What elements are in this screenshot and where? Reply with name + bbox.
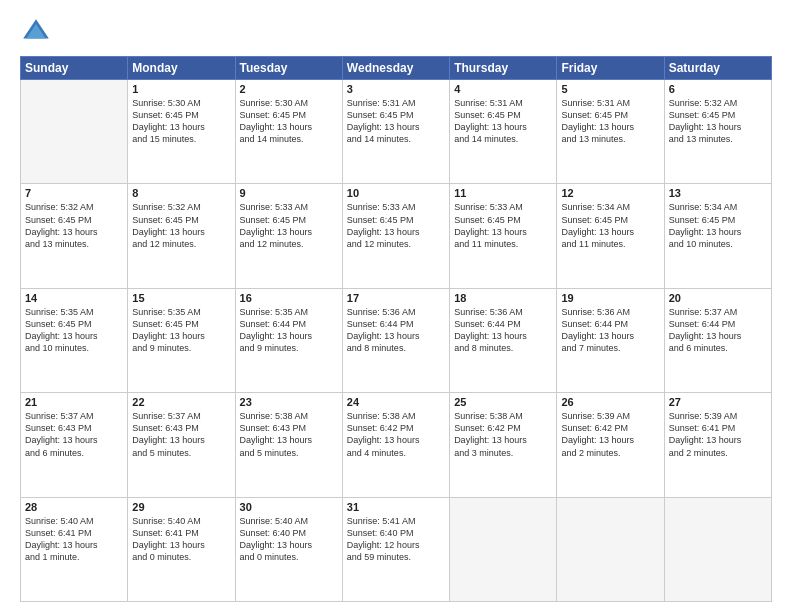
weekday-header: Wednesday: [342, 57, 449, 80]
calendar-cell: 30Sunrise: 5:40 AM Sunset: 6:40 PM Dayli…: [235, 497, 342, 601]
day-info: Sunrise: 5:40 AM Sunset: 6:41 PM Dayligh…: [132, 515, 230, 564]
calendar-cell: [664, 497, 771, 601]
day-number: 14: [25, 292, 123, 304]
calendar-cell: 29Sunrise: 5:40 AM Sunset: 6:41 PM Dayli…: [128, 497, 235, 601]
day-number: 15: [132, 292, 230, 304]
calendar-week-row: 14Sunrise: 5:35 AM Sunset: 6:45 PM Dayli…: [21, 288, 772, 392]
calendar-cell: 17Sunrise: 5:36 AM Sunset: 6:44 PM Dayli…: [342, 288, 449, 392]
day-number: 28: [25, 501, 123, 513]
calendar-cell: [557, 497, 664, 601]
day-number: 18: [454, 292, 552, 304]
calendar-cell: 6Sunrise: 5:32 AM Sunset: 6:45 PM Daylig…: [664, 80, 771, 184]
calendar-cell: 3Sunrise: 5:31 AM Sunset: 6:45 PM Daylig…: [342, 80, 449, 184]
day-info: Sunrise: 5:34 AM Sunset: 6:45 PM Dayligh…: [561, 201, 659, 250]
day-number: 23: [240, 396, 338, 408]
day-info: Sunrise: 5:32 AM Sunset: 6:45 PM Dayligh…: [669, 97, 767, 146]
day-number: 26: [561, 396, 659, 408]
day-info: Sunrise: 5:33 AM Sunset: 6:45 PM Dayligh…: [454, 201, 552, 250]
day-info: Sunrise: 5:31 AM Sunset: 6:45 PM Dayligh…: [561, 97, 659, 146]
calendar-cell: 25Sunrise: 5:38 AM Sunset: 6:42 PM Dayli…: [450, 393, 557, 497]
day-info: Sunrise: 5:31 AM Sunset: 6:45 PM Dayligh…: [347, 97, 445, 146]
day-number: 16: [240, 292, 338, 304]
calendar-cell: 27Sunrise: 5:39 AM Sunset: 6:41 PM Dayli…: [664, 393, 771, 497]
day-info: Sunrise: 5:39 AM Sunset: 6:42 PM Dayligh…: [561, 410, 659, 459]
calendar-cell: 4Sunrise: 5:31 AM Sunset: 6:45 PM Daylig…: [450, 80, 557, 184]
calendar-cell: 10Sunrise: 5:33 AM Sunset: 6:45 PM Dayli…: [342, 184, 449, 288]
calendar-cell: 20Sunrise: 5:37 AM Sunset: 6:44 PM Dayli…: [664, 288, 771, 392]
day-number: 3: [347, 83, 445, 95]
day-info: Sunrise: 5:37 AM Sunset: 6:44 PM Dayligh…: [669, 306, 767, 355]
logo-icon: [20, 16, 52, 48]
header: [20, 16, 772, 48]
day-info: Sunrise: 5:40 AM Sunset: 6:40 PM Dayligh…: [240, 515, 338, 564]
weekday-header: Monday: [128, 57, 235, 80]
day-number: 1: [132, 83, 230, 95]
day-info: Sunrise: 5:32 AM Sunset: 6:45 PM Dayligh…: [132, 201, 230, 250]
calendar-week-row: 21Sunrise: 5:37 AM Sunset: 6:43 PM Dayli…: [21, 393, 772, 497]
calendar-week-row: 1Sunrise: 5:30 AM Sunset: 6:45 PM Daylig…: [21, 80, 772, 184]
day-number: 6: [669, 83, 767, 95]
day-number: 4: [454, 83, 552, 95]
day-number: 2: [240, 83, 338, 95]
day-number: 24: [347, 396, 445, 408]
calendar-cell: 18Sunrise: 5:36 AM Sunset: 6:44 PM Dayli…: [450, 288, 557, 392]
day-info: Sunrise: 5:41 AM Sunset: 6:40 PM Dayligh…: [347, 515, 445, 564]
day-info: Sunrise: 5:35 AM Sunset: 6:45 PM Dayligh…: [132, 306, 230, 355]
day-number: 22: [132, 396, 230, 408]
calendar-cell: 22Sunrise: 5:37 AM Sunset: 6:43 PM Dayli…: [128, 393, 235, 497]
day-number: 5: [561, 83, 659, 95]
weekday-header: Sunday: [21, 57, 128, 80]
day-info: Sunrise: 5:35 AM Sunset: 6:45 PM Dayligh…: [25, 306, 123, 355]
day-info: Sunrise: 5:30 AM Sunset: 6:45 PM Dayligh…: [132, 97, 230, 146]
day-info: Sunrise: 5:38 AM Sunset: 6:43 PM Dayligh…: [240, 410, 338, 459]
calendar-table: SundayMondayTuesdayWednesdayThursdayFrid…: [20, 56, 772, 602]
calendar-week-row: 28Sunrise: 5:40 AM Sunset: 6:41 PM Dayli…: [21, 497, 772, 601]
day-info: Sunrise: 5:38 AM Sunset: 6:42 PM Dayligh…: [454, 410, 552, 459]
day-number: 9: [240, 187, 338, 199]
day-number: 20: [669, 292, 767, 304]
day-number: 12: [561, 187, 659, 199]
day-number: 17: [347, 292, 445, 304]
calendar-cell: 7Sunrise: 5:32 AM Sunset: 6:45 PM Daylig…: [21, 184, 128, 288]
calendar-cell: 31Sunrise: 5:41 AM Sunset: 6:40 PM Dayli…: [342, 497, 449, 601]
weekday-header: Tuesday: [235, 57, 342, 80]
day-info: Sunrise: 5:36 AM Sunset: 6:44 PM Dayligh…: [561, 306, 659, 355]
day-info: Sunrise: 5:37 AM Sunset: 6:43 PM Dayligh…: [25, 410, 123, 459]
calendar-cell: 13Sunrise: 5:34 AM Sunset: 6:45 PM Dayli…: [664, 184, 771, 288]
day-number: 30: [240, 501, 338, 513]
day-info: Sunrise: 5:35 AM Sunset: 6:44 PM Dayligh…: [240, 306, 338, 355]
day-info: Sunrise: 5:37 AM Sunset: 6:43 PM Dayligh…: [132, 410, 230, 459]
calendar-cell: 9Sunrise: 5:33 AM Sunset: 6:45 PM Daylig…: [235, 184, 342, 288]
day-info: Sunrise: 5:38 AM Sunset: 6:42 PM Dayligh…: [347, 410, 445, 459]
calendar-cell: 16Sunrise: 5:35 AM Sunset: 6:44 PM Dayli…: [235, 288, 342, 392]
weekday-header: Saturday: [664, 57, 771, 80]
day-number: 29: [132, 501, 230, 513]
day-number: 11: [454, 187, 552, 199]
calendar-cell: 19Sunrise: 5:36 AM Sunset: 6:44 PM Dayli…: [557, 288, 664, 392]
calendar-cell: 14Sunrise: 5:35 AM Sunset: 6:45 PM Dayli…: [21, 288, 128, 392]
day-info: Sunrise: 5:39 AM Sunset: 6:41 PM Dayligh…: [669, 410, 767, 459]
calendar-cell: [21, 80, 128, 184]
calendar-cell: 15Sunrise: 5:35 AM Sunset: 6:45 PM Dayli…: [128, 288, 235, 392]
day-info: Sunrise: 5:36 AM Sunset: 6:44 PM Dayligh…: [454, 306, 552, 355]
calendar-cell: 8Sunrise: 5:32 AM Sunset: 6:45 PM Daylig…: [128, 184, 235, 288]
page: SundayMondayTuesdayWednesdayThursdayFrid…: [0, 0, 792, 612]
calendar-cell: 12Sunrise: 5:34 AM Sunset: 6:45 PM Dayli…: [557, 184, 664, 288]
calendar-cell: 26Sunrise: 5:39 AM Sunset: 6:42 PM Dayli…: [557, 393, 664, 497]
day-info: Sunrise: 5:33 AM Sunset: 6:45 PM Dayligh…: [240, 201, 338, 250]
day-number: 7: [25, 187, 123, 199]
calendar-week-row: 7Sunrise: 5:32 AM Sunset: 6:45 PM Daylig…: [21, 184, 772, 288]
calendar-cell: 5Sunrise: 5:31 AM Sunset: 6:45 PM Daylig…: [557, 80, 664, 184]
day-info: Sunrise: 5:36 AM Sunset: 6:44 PM Dayligh…: [347, 306, 445, 355]
calendar-header-row: SundayMondayTuesdayWednesdayThursdayFrid…: [21, 57, 772, 80]
day-info: Sunrise: 5:40 AM Sunset: 6:41 PM Dayligh…: [25, 515, 123, 564]
day-info: Sunrise: 5:34 AM Sunset: 6:45 PM Dayligh…: [669, 201, 767, 250]
day-info: Sunrise: 5:32 AM Sunset: 6:45 PM Dayligh…: [25, 201, 123, 250]
day-info: Sunrise: 5:33 AM Sunset: 6:45 PM Dayligh…: [347, 201, 445, 250]
weekday-header: Thursday: [450, 57, 557, 80]
day-number: 31: [347, 501, 445, 513]
calendar-cell: 24Sunrise: 5:38 AM Sunset: 6:42 PM Dayli…: [342, 393, 449, 497]
calendar-cell: 1Sunrise: 5:30 AM Sunset: 6:45 PM Daylig…: [128, 80, 235, 184]
day-number: 19: [561, 292, 659, 304]
day-number: 8: [132, 187, 230, 199]
